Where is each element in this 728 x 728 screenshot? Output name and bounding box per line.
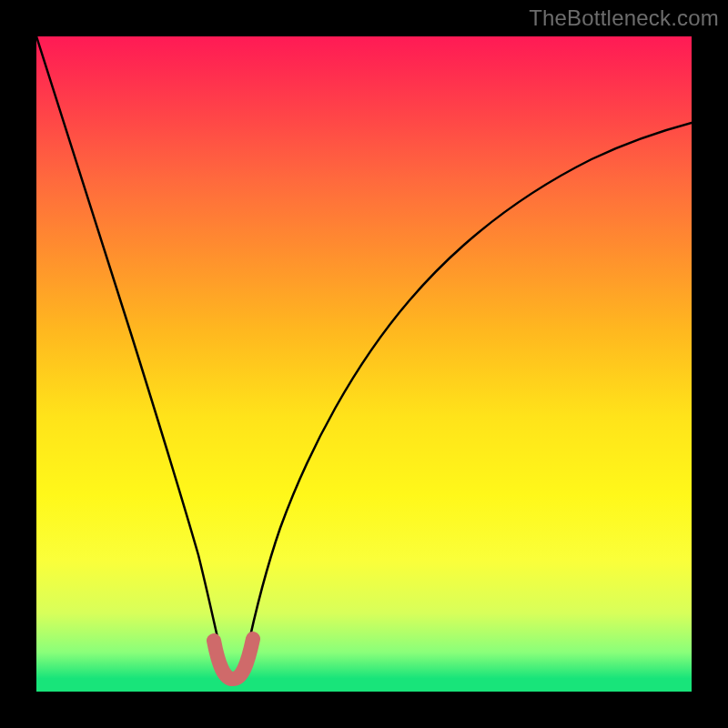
- chart-frame: TheBottleneck.com: [0, 0, 728, 728]
- trough-marker: [214, 639, 253, 679]
- plot-area: [36, 36, 692, 692]
- watermark-text: TheBottleneck.com: [529, 5, 719, 31]
- curve-main: [36, 36, 692, 678]
- chart-svg: [36, 36, 692, 692]
